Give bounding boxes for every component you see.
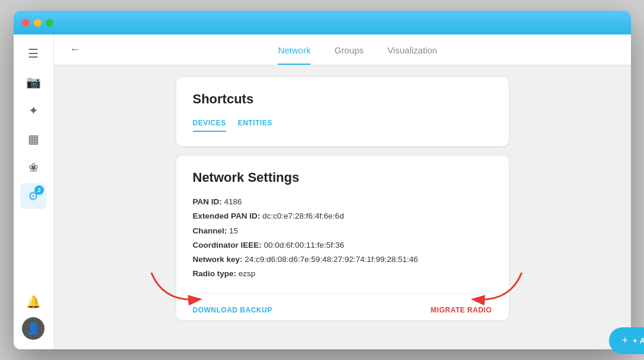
- radio-type-value: ezsp: [239, 269, 256, 278]
- shortcuts-tabs: DEVICES ENTITIES: [193, 116, 492, 132]
- coordinator-ieee-label: Coordinator IEEE:: [193, 241, 262, 250]
- network-settings-card: Network Settings PAN ID: 4186 Extended P…: [176, 156, 509, 320]
- hamburger-icon: ☰: [28, 46, 39, 61]
- card-actions: DOWNLOAD BACKUP MIGRATE RADIO: [193, 293, 492, 320]
- camera-icon: 📷: [26, 75, 41, 89]
- channel-row: Channel: 15: [193, 224, 492, 238]
- close-button[interactable]: [22, 19, 30, 27]
- nav-tabs: Network Groups Visualization: [97, 35, 619, 64]
- extended-pan-id-row: Extended PAN ID: dc:c0:e7:28:f6:4f:6e:6d: [193, 209, 492, 223]
- app-body: ☰ 📷 ✦ ▦ ❀ ⚙ 2 🔔 👤: [14, 34, 631, 349]
- extended-pan-id-value: dc:c0:e7:28:f6:4f:6e:6d: [262, 211, 344, 220]
- titlebar: [14, 11, 631, 34]
- network-key-label: Network key:: [193, 255, 243, 264]
- back-button[interactable]: ←: [66, 40, 85, 59]
- settings-badge: 2: [34, 185, 44, 195]
- sidebar: ☰ 📷 ✦ ▦ ❀ ⚙ 2 🔔 👤: [14, 34, 54, 349]
- user-avatar[interactable]: 👤: [22, 317, 45, 340]
- add-device-button[interactable]: + + ADD DEVICE: [609, 327, 631, 349]
- notifications-icon: 🔔: [26, 295, 41, 309]
- tab-entities[interactable]: ENTITIES: [238, 119, 272, 132]
- dashboard-icon: ▦: [28, 132, 39, 146]
- sidebar-item-notifications[interactable]: 🔔: [20, 289, 46, 315]
- sidebar-item-dashboard[interactable]: ▦: [20, 126, 46, 152]
- coordinator-ieee-value: 00:0d:6f:00:11:fe:5f:36: [264, 241, 344, 250]
- app-window: ☰ 📷 ✦ ▦ ❀ ⚙ 2 🔔 👤: [14, 11, 631, 349]
- radio-type-label: Radio type:: [193, 269, 237, 278]
- shortcuts-title: Shortcuts: [193, 91, 492, 107]
- main-content: Shortcuts DEVICES ENTITIES Network Setti…: [54, 65, 631, 349]
- extended-pan-id-label: Extended PAN ID:: [193, 211, 261, 220]
- tab-visualization[interactable]: Visualization: [388, 36, 437, 65]
- avatar-icon: 👤: [27, 322, 40, 335]
- tab-groups[interactable]: Groups: [334, 36, 363, 65]
- download-backup-button[interactable]: DOWNLOAD BACKUP: [193, 302, 272, 318]
- tab-network[interactable]: Network: [278, 36, 310, 65]
- channel-value: 15: [229, 226, 238, 235]
- radio-type-row: Radio type: ezsp: [193, 267, 492, 281]
- network-key-row: Network key: 24:c9:d6:08:d6:7e:59:48:27:…: [193, 252, 492, 267]
- integrations-icon: ✦: [28, 103, 39, 118]
- sidebar-item-automation[interactable]: ❀: [20, 154, 46, 181]
- top-nav: ← Network Groups Visualization: [54, 34, 631, 65]
- migrate-radio-button[interactable]: MIGRATE RADIO: [431, 302, 492, 318]
- minimize-button[interactable]: [34, 19, 42, 27]
- network-settings-title: Network Settings: [193, 170, 492, 185]
- pan-id-label: PAN ID:: [193, 197, 222, 206]
- hamburger-menu[interactable]: ☰: [20, 40, 46, 67]
- sidebar-item-camera[interactable]: 📷: [20, 69, 46, 95]
- shortcuts-card: Shortcuts DEVICES ENTITIES: [176, 77, 509, 146]
- pan-id-row: PAN ID: 4186: [193, 195, 492, 209]
- back-arrow-icon: ←: [70, 43, 81, 56]
- sidebar-item-settings[interactable]: ⚙ 2: [20, 183, 46, 209]
- automation-icon: ❀: [28, 160, 39, 175]
- tab-devices[interactable]: DEVICES: [193, 119, 226, 132]
- network-key-value: 24:c9:d6:08:d6:7e:59:48:27:92:74:1f:99:2…: [245, 255, 418, 264]
- pan-id-value: 4186: [224, 197, 242, 206]
- coordinator-ieee-row: Coordinator IEEE: 00:0d:6f:00:11:fe:5f:3…: [193, 238, 492, 252]
- maximize-button[interactable]: [46, 19, 53, 27]
- channel-label: Channel:: [193, 226, 227, 235]
- content-area: ← Network Groups Visualization Shortcuts…: [54, 34, 631, 349]
- add-icon: +: [622, 334, 629, 347]
- network-info: PAN ID: 4186 Extended PAN ID: dc:c0:e7:2…: [193, 195, 492, 282]
- traffic-lights: [22, 19, 53, 27]
- sidebar-item-integrations[interactable]: ✦: [20, 97, 46, 124]
